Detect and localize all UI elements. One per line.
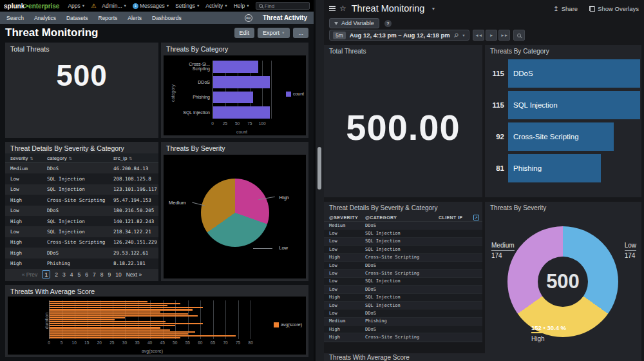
column-header-severity[interactable]: severity⇅	[5, 155, 42, 161]
pagination-page-3[interactable]: 3	[62, 271, 66, 278]
bar[interactable]	[50, 305, 167, 306]
pagination-page-9[interactable]: 9	[108, 271, 111, 278]
table-row[interactable]: LowDDoS	[324, 262, 482, 269]
legend[interactable]: count	[286, 92, 304, 97]
pin-icon[interactable]: ⚲	[452, 32, 460, 39]
appbar-item-datasets[interactable]: Datasets	[66, 15, 88, 21]
table-row[interactable]: LowSQL Injection218.34.122.21	[5, 226, 158, 237]
bar[interactable]	[50, 327, 160, 328]
appbar-item-search[interactable]: Search	[6, 15, 24, 21]
add-variable-button[interactable]: Add Variable	[329, 18, 379, 28]
table-row[interactable]: LowDDoS	[324, 309, 482, 317]
more-actions-button[interactable]: ...	[293, 28, 308, 38]
appbar-item-alerts[interactable]: Alerts	[128, 15, 142, 21]
column-header-severity[interactable]: @SEVERITY	[324, 215, 363, 220]
donut-chart[interactable]: 500	[507, 226, 618, 337]
table-row[interactable]: HighPhishing8.18.22.181	[5, 259, 158, 269]
step-back-button[interactable]: ◄◄	[473, 30, 484, 41]
chevron-down-icon[interactable]: ▼	[462, 34, 465, 37]
column-header-category[interactable]: @CATEGORY	[363, 215, 439, 220]
column-header-category[interactable]: category⇅	[42, 155, 108, 161]
pagination-page-1[interactable]: 1	[42, 270, 50, 278]
table-row[interactable]: MediumDDoS46.200.84.13	[5, 163, 158, 173]
bar[interactable]	[213, 92, 253, 104]
table-row[interactable]: HighSQL Injection	[324, 294, 482, 302]
help-menu[interactable]: Help▼	[234, 3, 250, 9]
bar[interactable]	[50, 311, 160, 313]
hamburger-menu-icon[interactable]	[329, 6, 336, 11]
pagination-page-4[interactable]: 4	[70, 271, 73, 278]
zoom-search-button[interactable]	[513, 30, 525, 41]
edit-button[interactable]: Edit	[234, 28, 255, 38]
bar[interactable]	[213, 61, 258, 73]
table-row[interactable]: HighDDoS29.53.122.61	[5, 248, 158, 258]
table-row[interactable]: LowSQL Injection208.108.125.8	[5, 173, 158, 184]
pagination-next[interactable]: Next »	[126, 271, 142, 278]
pagination-page-5[interactable]: 5	[78, 271, 81, 278]
apps-menu[interactable]: Apps▼	[68, 3, 85, 9]
pagination-page-6[interactable]: 6	[85, 271, 88, 278]
warning-icon[interactable]: ⚠	[91, 3, 96, 9]
legend[interactable]: avg(score)	[274, 322, 302, 327]
messages-menu[interactable]: 1 Messages▼	[133, 3, 169, 9]
table-row[interactable]: LowSQL Injection123.101.196.117	[5, 184, 158, 195]
bar[interactable]: DDoS	[508, 59, 640, 88]
table-row[interactable]: HighCross-Site Scripting95.47.194.153	[5, 195, 158, 205]
bar[interactable]	[50, 337, 180, 338]
bar[interactable]: Phishing	[508, 154, 601, 182]
column-header-src_ip[interactable]: src_ip⇅	[108, 155, 158, 161]
table-row[interactable]: MediumDDoS	[324, 222, 482, 229]
bar[interactable]	[50, 331, 195, 333]
bar[interactable]	[50, 319, 115, 320]
table-row[interactable]: LowSQL Injection	[324, 246, 482, 253]
time-range-picker[interactable]: 5m Aug 12, 4:13 pm – Aug 12, 4:18 pm ⚲ ▼	[329, 30, 469, 41]
table-row[interactable]: LowSQL Injection	[324, 302, 482, 309]
table-row[interactable]: LowSQL Injection	[324, 229, 482, 237]
table-row[interactable]: MediumPhishing	[324, 318, 482, 326]
play-button[interactable]: ►	[486, 30, 497, 41]
table-row[interactable]: HighCross-Site Scripting126.240.151.229	[5, 237, 158, 248]
bar[interactable]	[213, 76, 270, 88]
bar[interactable]	[50, 303, 180, 304]
bar[interactable]	[50, 313, 188, 315]
activity-menu[interactable]: Activity▼	[205, 3, 227, 9]
column-header-client-ip[interactable]: CLIENT IP	[439, 215, 473, 220]
bar[interactable]	[50, 321, 166, 322]
table-row[interactable]: HighCross-Site Scripting	[324, 254, 482, 262]
bar[interactable]: Cross-Site Scripting	[508, 122, 614, 151]
favorite-star-icon[interactable]: ☆	[339, 5, 346, 12]
bar[interactable]	[50, 333, 188, 335]
table-row[interactable]: HighSQL Injection140.121.82.243	[5, 216, 158, 226]
pagination-prev[interactable]: « Prev	[22, 271, 38, 278]
bar[interactable]	[50, 335, 236, 337]
bar[interactable]	[50, 307, 203, 308]
step-forward-button[interactable]: ►►	[498, 30, 510, 41]
appbar-item-dashboards[interactable]: Dashboards	[152, 15, 182, 21]
bar[interactable]	[50, 325, 175, 326]
help-icon[interactable]: ?	[384, 20, 392, 27]
chevron-down-icon[interactable]: ▼	[431, 6, 435, 11]
vertical-scrollbar[interactable]	[316, 0, 324, 361]
table-row[interactable]: HighCross-Site Scripting	[324, 333, 482, 341]
bar[interactable]	[50, 317, 125, 318]
table-row[interactable]: LowCross-Site Scripting	[324, 269, 482, 277]
share-button[interactable]: ↥ Share	[553, 5, 578, 12]
app-avatar[interactable]: App	[245, 14, 252, 22]
open-in-search-icon[interactable]: ↗	[473, 215, 479, 220]
bar[interactable]	[50, 323, 203, 324]
table-row[interactable]: LowDDoS	[324, 286, 482, 293]
find-search-input[interactable]: Find	[256, 2, 310, 10]
table-row[interactable]: HighDDoS	[324, 326, 482, 333]
pagination-page-7[interactable]: 7	[93, 271, 96, 278]
bar[interactable]	[50, 309, 193, 310]
pagination-page-8[interactable]: 8	[100, 271, 104, 278]
appbar-item-analytics[interactable]: Analytics	[34, 15, 56, 21]
table-row[interactable]: LowSQL Injection	[324, 238, 482, 246]
admin-menu[interactable]: Admin...▼	[102, 3, 127, 9]
settings-menu[interactable]: Settings▼	[175, 3, 200, 9]
pagination-page-2[interactable]: 2	[55, 271, 58, 278]
pie[interactable]	[201, 179, 269, 247]
app-title[interactable]: Threat Activity	[263, 14, 307, 21]
scrollbar-thumb[interactable]	[317, 147, 321, 190]
splunk-logo[interactable]: splunk>enterprise	[4, 3, 59, 10]
